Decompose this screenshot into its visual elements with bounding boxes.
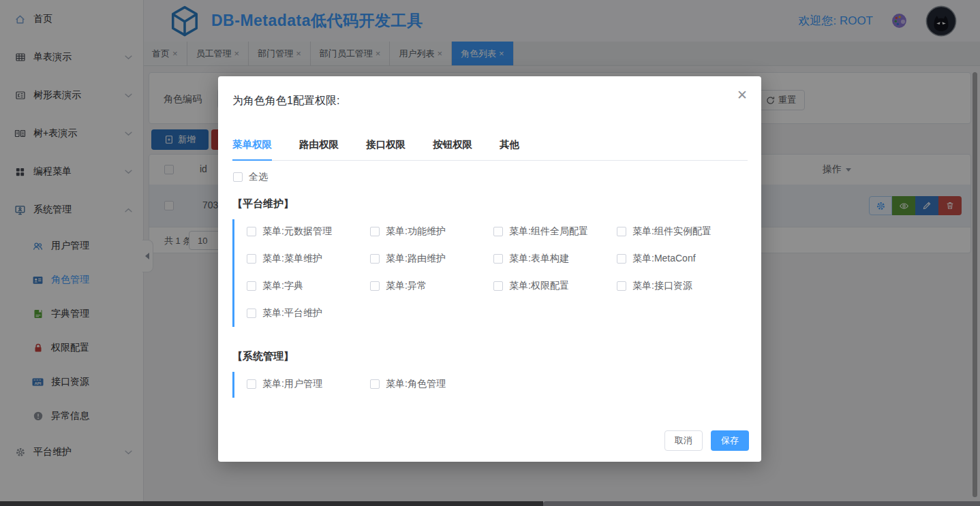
perm-checkbox-item[interactable]: 菜单:表单构建 — [493, 252, 617, 266]
select-all-checkbox[interactable]: 全选 — [233, 171, 268, 183]
modal-tab-route-permission[interactable]: 路由权限 — [299, 138, 339, 160]
bottom-edge-strip — [0, 501, 543, 506]
perm-checkbox-item[interactable]: 菜单:路由维护 — [370, 252, 493, 266]
bottom-edge-strip — [543, 501, 980, 506]
perm-checkbox-item[interactable]: 菜单:异常 — [370, 279, 493, 293]
perm-checkbox-item[interactable]: 菜单:角色管理 — [370, 377, 493, 391]
perm-checkbox-item[interactable]: 菜单:元数据管理 — [247, 225, 370, 238]
permission-group: 【平台维护】菜单:元数据管理菜单:功能维护菜单:组件全局配置菜单:组件实例配置菜… — [232, 197, 747, 327]
save-button[interactable]: 保存 — [711, 430, 749, 451]
checkbox[interactable] — [617, 254, 626, 264]
modal-tab-menu-permission[interactable]: 菜单权限 — [232, 138, 272, 161]
checkbox[interactable] — [493, 227, 503, 236]
checkbox[interactable] — [247, 309, 256, 318]
perm-checkbox-item[interactable]: 菜单:菜单维护 — [247, 252, 370, 266]
modal-tab-api-permission[interactable]: 接口权限 — [366, 138, 405, 160]
perm-checkbox-item[interactable]: 菜单:用户管理 — [247, 377, 370, 391]
checkbox[interactable] — [247, 281, 256, 291]
perm-checkbox-item[interactable]: 菜单:权限配置 — [493, 279, 617, 293]
perm-checkbox-item[interactable]: 菜单:字典 — [247, 279, 370, 293]
permission-group-items: 菜单:用户管理菜单:角色管理 — [232, 372, 747, 398]
checkbox[interactable] — [247, 379, 256, 389]
modal-title: 为角色角色1配置权限: — [232, 94, 339, 108]
modal-footer: 取消 保存 — [664, 430, 749, 451]
perm-checkbox-item[interactable]: 菜单:功能维护 — [370, 225, 493, 238]
permission-group-items: 菜单:元数据管理菜单:功能维护菜单:组件全局配置菜单:组件实例配置菜单:菜单维护… — [232, 219, 747, 327]
modal-tab-button-permission[interactable]: 按钮权限 — [433, 138, 472, 160]
permission-group-title: 【系统管理】 — [232, 350, 747, 363]
checkbox[interactable] — [370, 227, 380, 236]
checkbox[interactable] — [233, 172, 243, 182]
perm-checkbox-item[interactable]: 菜单:组件全局配置 — [493, 225, 617, 238]
checkbox[interactable] — [247, 254, 256, 264]
checkbox[interactable] — [493, 254, 503, 264]
permission-groups: 【平台维护】菜单:元数据管理菜单:功能维护菜单:组件全局配置菜单:组件实例配置菜… — [232, 197, 747, 398]
modal-tab-other[interactable]: 其他 — [500, 138, 519, 160]
modal-tabs: 菜单权限路由权限接口权限按钮权限其他 — [232, 138, 748, 161]
checkbox[interactable] — [617, 227, 626, 236]
permission-group-title: 【平台维护】 — [232, 197, 747, 210]
perm-checkbox-item[interactable]: 菜单:平台维护 — [247, 306, 370, 320]
checkbox[interactable] — [247, 227, 256, 236]
select-all-label: 全选 — [249, 171, 268, 183]
close-icon[interactable]: ✕ — [737, 89, 748, 101]
perm-checkbox-item[interactable]: 菜单:MetaConf — [617, 252, 740, 266]
checkbox[interactable] — [370, 281, 380, 291]
perm-checkbox-item[interactable]: 菜单:组件实例配置 — [617, 225, 740, 238]
checkbox[interactable] — [617, 281, 626, 291]
checkbox[interactable] — [370, 254, 380, 264]
checkbox[interactable] — [370, 379, 380, 389]
perm-checkbox-item[interactable]: 菜单:接口资源 — [617, 279, 740, 293]
cancel-button[interactable]: 取消 — [664, 430, 703, 451]
app-root: 首页单表演示树形表演示树+表演示编程菜单系统管理用户管理角色管理字典管理权限配置… — [0, 0, 980, 506]
checkbox[interactable] — [493, 281, 503, 291]
permission-group: 【系统管理】菜单:用户管理菜单:角色管理 — [232, 350, 747, 398]
permission-modal: 为角色角色1配置权限: ✕ 菜单权限路由权限接口权限按钮权限其他 全选 【平台维… — [218, 76, 761, 462]
